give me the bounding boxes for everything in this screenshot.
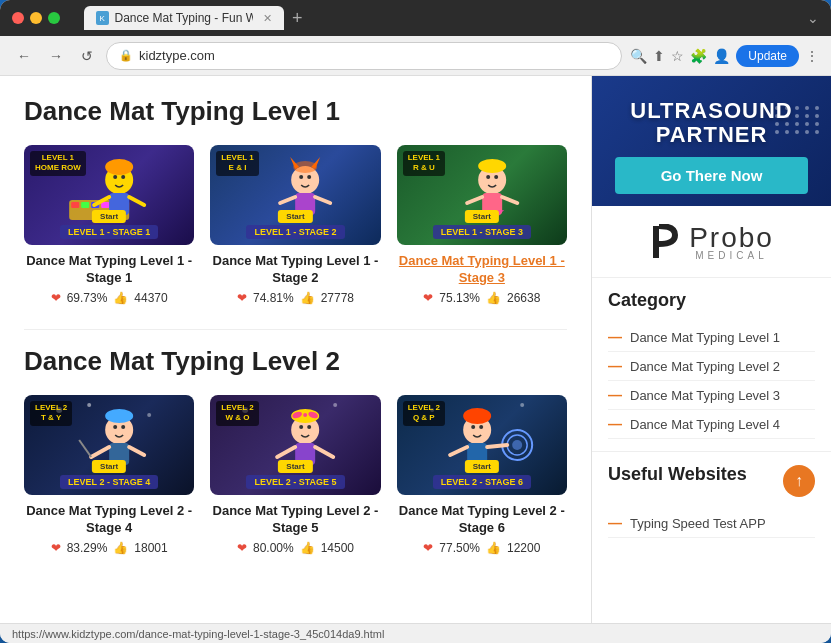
minimize-traffic-light[interactable] — [30, 12, 42, 24]
ad-text-line2: PARTNER — [656, 122, 768, 147]
game-stats-l1s1: ❤ 69.73% 👍 44370 — [51, 291, 168, 305]
useful-item-1[interactable]: — Typing Speed Test APP — [608, 509, 815, 538]
svg-rect-62 — [653, 226, 659, 258]
game-name-l1s2[interactable]: Dance Mat Typing Level 1 - Stage 2 — [210, 253, 380, 287]
game-stats-l2s5: ❤ 80.00% 👍 14500 — [237, 541, 354, 555]
category-item-3[interactable]: — Dance Mat Typing Level 3 — [608, 381, 815, 410]
game-thumb-l2s6[interactable]: LEVEL 2Q & P — [397, 395, 567, 495]
svg-point-33 — [105, 409, 133, 423]
level1-title: Dance Mat Typing Level 1 — [24, 96, 567, 127]
active-tab[interactable]: K Dance Mat Typing - Fun Way ✕ — [84, 6, 284, 30]
go-there-button[interactable]: Go There Now — [615, 157, 809, 194]
bookmark-icon[interactable]: ☆ — [671, 48, 684, 64]
game-card-l2s6: LEVEL 2Q & P — [397, 395, 567, 555]
tab-favicon: K — [96, 11, 109, 25]
content-area: Dance Mat Typing Level 1 LEVEL 1HOME ROW — [0, 76, 831, 623]
game-card-l1s3: LEVEL 1R & U — [397, 145, 567, 305]
level2-title: Dance Mat Typing Level 2 — [24, 346, 567, 377]
game-stats-l1s2: ❤ 74.81% 👍 27778 — [237, 291, 354, 305]
probo-sub-text: MEDICAL — [689, 250, 774, 261]
window-menu-icon[interactable]: ⌄ — [807, 10, 819, 26]
game-thumb-l1s3[interactable]: LEVEL 1R & U — [397, 145, 567, 245]
profile-icon[interactable]: 👤 — [713, 48, 730, 64]
tab-close-icon[interactable]: ✕ — [263, 12, 272, 25]
game-name-l2s5[interactable]: Dance Mat Typing Level 2 - Stage 5 — [210, 503, 380, 537]
count-l2s4: 18001 — [134, 541, 167, 555]
stage-badge-l1s1: LEVEL 1 - STAGE 1 — [24, 221, 194, 239]
svg-point-46 — [303, 413, 307, 417]
category-label-2: Dance Mat Typing Level 2 — [630, 359, 780, 374]
game-thumb-l2s5[interactable]: LEVEL 2W & O — [210, 395, 380, 495]
category-item-1[interactable]: — Dance Mat Typing Level 1 — [608, 323, 815, 352]
extension-icon[interactable]: 🧩 — [690, 48, 707, 64]
url-bar[interactable]: 🔒 kidztype.com — [106, 42, 622, 70]
status-url: https://www.kidztype.com/dance-mat-typin… — [12, 628, 384, 640]
category-label-3: Dance Mat Typing Level 3 — [630, 388, 780, 403]
svg-line-25 — [467, 197, 482, 203]
probo-icon — [649, 224, 681, 260]
game-thumb-l1s2[interactable]: LEVEL 1E & I — [210, 145, 380, 245]
stage-badge-l1s3: LEVEL 1 - STAGE 3 — [397, 221, 567, 239]
svg-line-36 — [79, 440, 91, 457]
heart-pct-l2s6: 77.50% — [439, 541, 480, 555]
svg-point-15 — [307, 175, 311, 179]
svg-point-9 — [105, 159, 133, 175]
game-stats-l1s3: ❤ 75.13% 👍 26638 — [423, 291, 540, 305]
heart-icon-l1s2: ❤ — [237, 291, 247, 305]
svg-point-23 — [478, 159, 506, 173]
back-button[interactable]: ← — [12, 46, 36, 66]
game-card-l2s4: LEVEL 2T & Y — [24, 395, 194, 555]
game-thumb-l2s4[interactable]: LEVEL 2T & Y — [24, 395, 194, 495]
badge-l2s5: LEVEL 2W & O — [216, 401, 258, 426]
category-item-4[interactable]: — Dance Mat Typing Level 4 — [608, 410, 815, 439]
count-l2s5: 14500 — [321, 541, 354, 555]
close-traffic-light[interactable] — [12, 12, 24, 24]
game-thumb-l1s1[interactable]: LEVEL 1HOME ROW — [24, 145, 194, 245]
svg-point-31 — [113, 425, 117, 429]
new-tab-button[interactable]: + — [286, 8, 309, 29]
ad-banner-text: ULTRASOUND PARTNER — [630, 99, 792, 147]
share-icon[interactable]: ⬆ — [653, 48, 665, 64]
address-icons: 🔍 ⬆ ☆ 🧩 👤 Update ⋮ — [630, 45, 819, 67]
svg-line-49 — [315, 447, 333, 457]
svg-point-21 — [486, 175, 490, 179]
category-dash-1: — — [608, 329, 622, 345]
probo-logo: Probo MEDICAL — [649, 222, 774, 261]
menu-icon[interactable]: ⋮ — [805, 48, 819, 64]
sidebar: ULTRASOUND PARTNER Go There Now Probo ME… — [591, 76, 831, 623]
heart-pct-l2s5: 80.00% — [253, 541, 294, 555]
game-name-l2s4[interactable]: Dance Mat Typing Level 2 - Stage 4 — [24, 503, 194, 537]
svg-line-26 — [502, 197, 517, 203]
main-content: Dance Mat Typing Level 1 LEVEL 1HOME ROW — [0, 76, 591, 623]
svg-point-8 — [121, 175, 125, 179]
heart-icon-l2s5: ❤ — [237, 541, 247, 555]
badge-l1s1: LEVEL 1HOME ROW — [30, 151, 86, 176]
stage-badge-l2s6: LEVEL 2 - STAGE 6 — [397, 471, 567, 489]
game-stats-l2s6: ❤ 77.50% 👍 12200 — [423, 541, 540, 555]
thumbup-icon-l2s4: 👍 — [113, 541, 128, 555]
refresh-button[interactable]: ↺ — [76, 46, 98, 66]
category-section: Category — Dance Mat Typing Level 1 — Da… — [592, 277, 831, 451]
useful-websites-header: Useful Websites ↑ — [608, 464, 815, 497]
svg-line-61 — [487, 445, 507, 447]
ad-banner: ULTRASOUND PARTNER Go There Now — [592, 76, 831, 206]
svg-point-14 — [299, 175, 303, 179]
category-dash-4: — — [608, 416, 622, 432]
game-name-l1s3[interactable]: Dance Mat Typing Level 1 - Stage 3 — [397, 253, 567, 287]
scroll-up-button[interactable]: ↑ — [783, 465, 815, 497]
svg-rect-4 — [101, 202, 109, 208]
forward-button[interactable]: → — [44, 46, 68, 66]
heart-pct-l1s1: 69.73% — [67, 291, 108, 305]
search-icon[interactable]: 🔍 — [630, 48, 647, 64]
maximize-traffic-light[interactable] — [48, 12, 60, 24]
game-name-l1s1[interactable]: Dance Mat Typing Level 1 - Stage 1 — [24, 253, 194, 287]
probo-section: Probo MEDICAL — [592, 206, 831, 277]
category-dash-3: — — [608, 387, 622, 403]
svg-line-48 — [277, 447, 295, 457]
update-button[interactable]: Update — [736, 45, 799, 67]
thumbup-icon-l2s5: 👍 — [300, 541, 315, 555]
game-name-l2s6[interactable]: Dance Mat Typing Level 2 - Stage 6 — [397, 503, 567, 537]
category-item-2[interactable]: — Dance Mat Typing Level 2 — [608, 352, 815, 381]
svg-line-60 — [450, 447, 467, 455]
section-divider-1 — [24, 329, 567, 330]
